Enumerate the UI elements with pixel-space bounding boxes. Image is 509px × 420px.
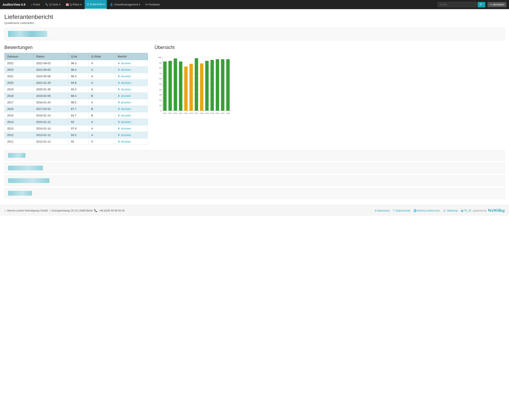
powered-by-text: powered by xyxy=(473,209,486,212)
cell-datum: 2022-05-06 xyxy=(34,73,68,80)
svg-text:90: 90 xyxy=(159,62,161,64)
search-input[interactable] xyxy=(438,2,477,7)
nav-portal[interactable]: ⌂ Portal xyxy=(29,0,42,9)
svg-text:2022: 2022 xyxy=(221,112,225,114)
nav-q-plaene-label: Q-Pläne xyxy=(70,3,79,6)
cell-q_ist: 87.7 xyxy=(68,106,89,112)
additional-row-3 xyxy=(4,175,505,186)
nav-q-tools-label: Q-Tools xyxy=(49,3,58,6)
svg-text:2015: 2015 xyxy=(184,112,188,114)
footer-company: thermo-control Körtvélyessy GmbH xyxy=(7,209,48,212)
search-button[interactable]: 🔍 xyxy=(478,2,485,8)
cell-datum: 2021-01-20 xyxy=(34,80,68,86)
bar xyxy=(190,64,193,111)
download-icon: ⬇ xyxy=(118,120,120,124)
footer-te-id-label: TE_iD xyxy=(464,209,471,212)
col-bericht: Bericht xyxy=(115,53,148,60)
download-icon: ⬇ xyxy=(118,114,120,117)
globe-icon: 🌐 xyxy=(413,209,417,212)
table-row: 20212022-05-0696.3A⬇ drucken xyxy=(5,73,148,80)
additional-row-2 xyxy=(4,163,505,173)
col-datum: Datum xyxy=(34,53,68,60)
svg-text:30: 30 xyxy=(159,94,161,96)
table-row: 20112012-01-1292A⬇ drucken xyxy=(5,138,148,145)
table-row: 20202021-01-2094.9A⬇ drucken xyxy=(5,80,148,86)
chart-title: Übersicht xyxy=(155,45,505,50)
info-icon: ℹ xyxy=(375,209,376,212)
print-link[interactable]: ⬇ drucken xyxy=(118,75,145,78)
cell-q_ist: 82.7 xyxy=(68,112,89,119)
bar xyxy=(211,60,214,111)
cell-bericht: ⬇ drucken xyxy=(115,67,148,73)
cell-q_stufe: A xyxy=(89,119,115,125)
powered-brand: WaWiReg xyxy=(488,208,505,213)
cell-zeitraum: 2014 xyxy=(5,119,34,125)
cell-q_stufe: A xyxy=(89,73,115,80)
table-row: 20232022-09-0296.3A⬇ drucken xyxy=(5,67,148,73)
table-row: 20172018-01-2498.2A⬇ drucken xyxy=(5,99,148,106)
download-icon: ⬇ xyxy=(118,133,120,137)
footer-webshop-label: Webshop xyxy=(447,209,458,212)
cell-zeitraum: 2015 xyxy=(5,112,34,119)
table-row: 20162017-02-0187.7B⬇ drucken xyxy=(5,106,148,112)
cell-zeitraum: 2022 xyxy=(5,60,34,67)
navbar: AuditorView 0.9 ⌂ Portal 🔧 Q-Tools ▾ 📅 Q… xyxy=(0,0,509,9)
footer-datenschutz[interactable]: 🛡 Datenschutz xyxy=(393,209,410,212)
download-icon: ⬇ xyxy=(118,68,120,71)
chart-section: Übersicht 0102030405060708090100 2011201… xyxy=(155,45,505,119)
footer-address: ⌂ Grünspechtweg 19 | D-13469 Berlin xyxy=(49,209,93,212)
print-link[interactable]: ⬇ drucken xyxy=(118,140,145,143)
cell-q_stufe: A xyxy=(89,60,115,67)
cell-zeitraum: 2013 xyxy=(5,125,34,132)
cell-bericht: ⬇ drucken xyxy=(115,99,148,106)
print-link[interactable]: ⬇ drucken xyxy=(118,120,145,124)
x-axis: 2011201220132014201520162017201820192020… xyxy=(163,112,230,114)
print-link[interactable]: ⬇ drucken xyxy=(118,81,145,84)
cell-q_stufe: A xyxy=(89,86,115,93)
footer-website[interactable]: 🌐 thermo-control.com xyxy=(413,209,440,212)
cell-q_ist: 88.4 xyxy=(68,93,89,99)
barcode-icon: ▦ xyxy=(461,209,463,212)
nav-umwelt[interactable]: 👤 Umweltmanagement ▾ xyxy=(108,0,142,9)
footer-website-label: thermo-control.com xyxy=(417,209,440,212)
home-icon: ⌂ xyxy=(31,3,32,6)
print-link[interactable]: ⬇ drucken xyxy=(118,133,145,137)
print-link[interactable]: ⬇ drucken xyxy=(118,107,145,111)
footer-impressum[interactable]: ℹ Impressum xyxy=(375,209,390,212)
bar xyxy=(179,62,183,111)
nav-q-tools[interactable]: 🔧 Q-Tools ▾ xyxy=(43,0,62,9)
print-link[interactable]: ⬇ drucken xyxy=(118,94,145,98)
logout-button[interactable]: ↪ abmelden xyxy=(487,2,506,7)
cell-datum: 2022-09-02 xyxy=(34,60,68,67)
print-link[interactable]: ⬇ drucken xyxy=(118,88,145,91)
nav-q-berichte[interactable]: ☰ Q-Berichte ▾ xyxy=(85,0,107,9)
cell-bericht: ⬇ drucken xyxy=(115,125,148,132)
cell-q_ist: 96.3 xyxy=(68,67,89,73)
print-link[interactable]: ⬇ drucken xyxy=(118,101,145,104)
small-logo-4 xyxy=(8,191,32,196)
print-link[interactable]: ⬇ drucken xyxy=(118,127,145,130)
table-title: Bewertungen xyxy=(4,45,148,50)
cell-zeitraum: 2019 xyxy=(5,86,34,93)
cell-datum: 2020-01-30 xyxy=(34,86,68,93)
calendar-icon: 📅 xyxy=(66,3,69,6)
user-icon: 👤 xyxy=(110,3,113,6)
cell-zeitraum: 2020 xyxy=(5,80,34,86)
nav-portal-label: Portal xyxy=(33,3,40,6)
small-logo-1 xyxy=(8,153,25,158)
bar-chart-svg: 0102030405060708090100 20112012201320142… xyxy=(155,55,233,116)
print-link[interactable]: ⬇ drucken xyxy=(118,114,145,117)
cell-zeitraum: 2023 xyxy=(5,67,34,73)
small-logo-2 xyxy=(8,166,43,170)
wrench-icon: 🔧 xyxy=(45,3,48,6)
footer-te-id[interactable]: ▦ TE_iD xyxy=(461,209,471,212)
nav-feedback[interactable]: ✉ Feedback xyxy=(143,0,162,9)
footer-phone: +49 (0)30 40 58 69 40 xyxy=(99,209,125,212)
svg-text:2023: 2023 xyxy=(226,112,230,114)
print-link[interactable]: ⬇ drucken xyxy=(118,68,145,71)
cell-q_ist: 94.9 xyxy=(68,80,89,86)
cell-datum: 2016-01-14 xyxy=(34,112,68,119)
print-link[interactable]: ⬇ drucken xyxy=(118,62,145,65)
nav-q-plaene[interactable]: 📅 Q-Pläne ▾ xyxy=(64,0,84,9)
footer-webshop[interactable]: 🛒 Webshop xyxy=(443,209,458,212)
